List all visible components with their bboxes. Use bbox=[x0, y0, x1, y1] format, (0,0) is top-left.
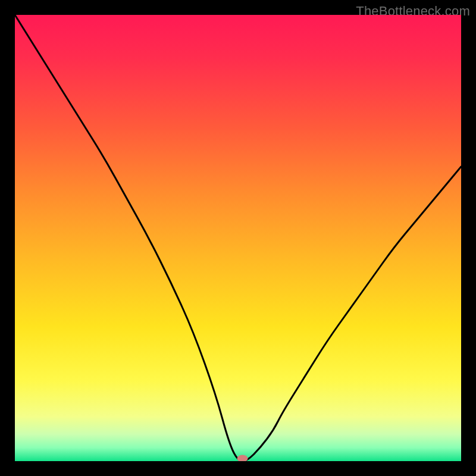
plot-area bbox=[15, 15, 461, 461]
gradient-background bbox=[15, 15, 461, 461]
chart-frame: TheBottleneck.com bbox=[0, 0, 476, 476]
chart-svg bbox=[15, 15, 461, 461]
